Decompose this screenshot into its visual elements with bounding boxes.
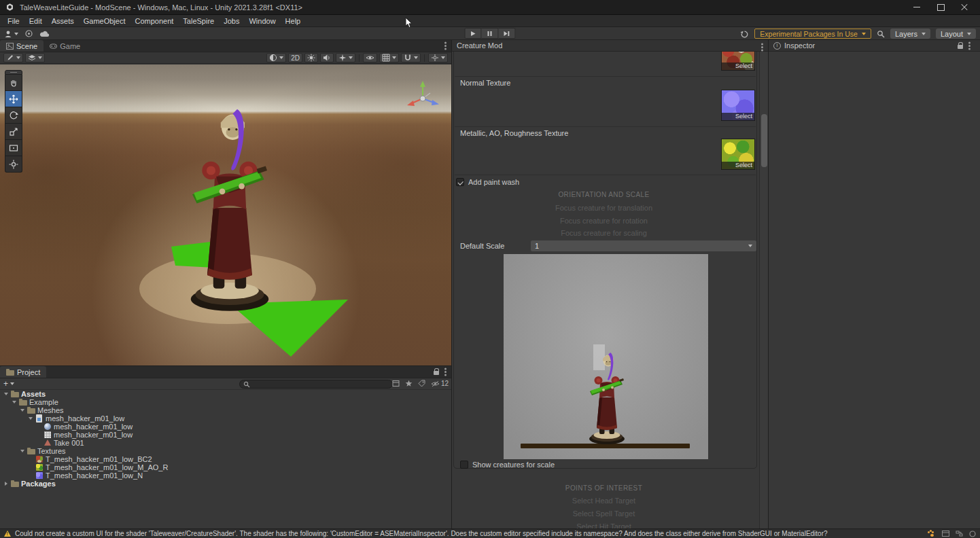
menu-window[interactable]: Window <box>244 15 280 27</box>
menu-gameobject[interactable]: GameObject <box>79 15 130 27</box>
tree-item-mesh[interactable]: mesh_hacker_m01_low <box>0 423 451 431</box>
transform-tool-button[interactable] <box>5 156 22 173</box>
tree-item-textures[interactable]: Textures <box>0 447 451 455</box>
focus-scaling-button[interactable]: Focus creature for scaling <box>452 229 756 237</box>
expander-icon[interactable] <box>19 408 25 414</box>
services-icon[interactable] <box>25 30 33 37</box>
status-window-icon[interactable] <box>942 531 949 537</box>
tree-item-texture-n[interactable]: T_mesh_hacker_m01_low_N <box>0 471 451 480</box>
orientation-gizmo[interactable] <box>404 78 442 116</box>
rotate-tool-button[interactable] <box>5 107 22 124</box>
tree-item-texture-bc2[interactable]: T_mesh_hacker_m01_low_BC2 <box>0 455 451 463</box>
status-bar[interactable]: Could not create a custom UI for the sha… <box>0 528 980 538</box>
tree-item-assets[interactable]: Assets <box>0 390 451 398</box>
cloud-icon[interactable] <box>39 31 50 37</box>
account-dropdown[interactable] <box>4 30 18 38</box>
creature-preview[interactable] <box>504 254 708 459</box>
project-menu-icon[interactable] <box>444 371 447 373</box>
lock-icon[interactable] <box>958 45 963 49</box>
open-in-panel-icon[interactable] <box>392 380 400 387</box>
focus-translation-button[interactable]: Focus creature for translation <box>452 204 756 212</box>
creature-mod-menu-icon[interactable] <box>761 46 763 48</box>
close-button[interactable] <box>960 3 969 12</box>
create-asset-button[interactable] <box>3 380 14 388</box>
menu-assets[interactable]: Assets <box>47 15 79 27</box>
tree-item-animation[interactable]: Take 001 <box>0 439 451 447</box>
select-texture-button[interactable]: Select <box>722 113 754 120</box>
expander-icon[interactable] <box>3 481 9 487</box>
tool-settings-dropdown[interactable] <box>3 53 23 62</box>
menu-component[interactable]: Component <box>130 15 178 27</box>
select-spell-target-button[interactable]: Select Spell Target <box>452 509 756 518</box>
focus-rotation-button[interactable]: Focus creature for rotation <box>452 217 756 225</box>
play-button[interactable] <box>465 28 482 39</box>
scene-effects-dropdown[interactable] <box>336 53 355 62</box>
search-icon[interactable] <box>877 30 885 38</box>
scene-audio-toggle[interactable] <box>320 53 334 62</box>
select-head-target-button[interactable]: Select Head Target <box>452 497 756 505</box>
pause-button[interactable] <box>482 28 499 39</box>
menu-jobs[interactable]: Jobs <box>219 15 244 27</box>
scene-viewport[interactable] <box>0 65 451 365</box>
hidden-items-toggle[interactable]: 12 <box>431 380 449 387</box>
normal-texture-thumbnail[interactable]: Select <box>721 90 755 121</box>
snap-settings-dropdown[interactable] <box>401 53 421 62</box>
minimize-button[interactable] <box>913 3 922 12</box>
scene-menu-icon[interactable] <box>444 45 447 47</box>
undo-history-icon[interactable] <box>740 30 749 38</box>
expander-icon[interactable] <box>27 416 33 422</box>
status-paw-icon[interactable] <box>930 534 934 537</box>
move-tool-button[interactable] <box>5 91 22 107</box>
lock-icon[interactable] <box>434 371 439 375</box>
scene-lighting-toggle[interactable] <box>304 53 318 62</box>
scene-visibility-toggle[interactable] <box>363 53 377 62</box>
tools-grip[interactable] <box>5 70 22 75</box>
tab-game[interactable]: Game <box>43 40 86 52</box>
status-progress-icon[interactable] <box>969 531 976 537</box>
scrollbar-track[interactable] <box>759 52 768 528</box>
status-network-icon[interactable] <box>956 531 963 537</box>
metallic-texture-thumbnail[interactable]: Select <box>721 139 755 170</box>
2d-toggle[interactable]: 2D <box>288 53 302 62</box>
menu-help[interactable]: Help <box>281 15 306 27</box>
experimental-packages-dropdown[interactable]: Experimental Packages In Use <box>754 29 871 39</box>
default-scale-dropdown[interactable]: 1 <box>531 240 756 251</box>
layers-dropdown[interactable]: Layers <box>890 29 930 39</box>
tree-item-model[interactable]: mesh_hacker_m01_low <box>0 414 451 423</box>
scale-tool-button[interactable] <box>5 124 22 140</box>
show-creatures-checkbox[interactable] <box>460 461 468 469</box>
expander-icon[interactable] <box>19 448 25 454</box>
menu-edit[interactable]: Edit <box>24 15 47 27</box>
project-search-input[interactable] <box>252 380 389 388</box>
scrollbar-thumb[interactable] <box>761 114 767 167</box>
tree-item-texture-maor[interactable]: T_mesh_hacker_m01_low_M_AO_R <box>0 463 451 471</box>
gizmos-dropdown[interactable] <box>428 53 448 62</box>
shading-mode-dropdown[interactable] <box>266 53 286 62</box>
draw-mode-dropdown[interactable] <box>25 53 45 62</box>
tree-item-example[interactable]: Example <box>0 398 451 406</box>
inspector-menu-icon[interactable] <box>968 45 970 47</box>
creature-figure[interactable] <box>170 96 290 320</box>
add-paint-wash-checkbox[interactable] <box>456 178 464 186</box>
menu-talespire[interactable]: TaleSpire <box>178 15 219 27</box>
tree-item-avatar[interactable]: mesh_hacker_m01_low <box>0 431 451 439</box>
status-warning-text[interactable]: Could not create a custom UI for the sha… <box>15 530 828 537</box>
expander-icon[interactable] <box>11 399 17 406</box>
tab-scene[interactable]: Scene <box>0 40 43 52</box>
select-texture-button[interactable]: Select <box>722 162 754 169</box>
maximize-button[interactable] <box>937 3 945 12</box>
grid-visibility-dropdown[interactable] <box>379 53 399 62</box>
expander-icon[interactable] <box>3 391 9 397</box>
select-texture-button[interactable]: Select <box>722 62 754 70</box>
rect-tool-button[interactable] <box>5 140 22 156</box>
tab-project[interactable]: Project <box>0 366 46 378</box>
layout-dropdown[interactable]: Layout <box>936 29 976 39</box>
albedo-texture-thumbnail[interactable]: Select <box>721 52 755 71</box>
step-button[interactable] <box>499 28 516 39</box>
menu-file[interactable]: File <box>3 15 24 27</box>
tree-item-packages[interactable]: Packages <box>0 480 451 488</box>
view-tool-button[interactable] <box>5 75 22 91</box>
tree-item-meshes[interactable]: Meshes <box>0 406 451 414</box>
favorites-icon[interactable] <box>405 380 413 387</box>
label-tag-icon[interactable] <box>418 380 425 387</box>
